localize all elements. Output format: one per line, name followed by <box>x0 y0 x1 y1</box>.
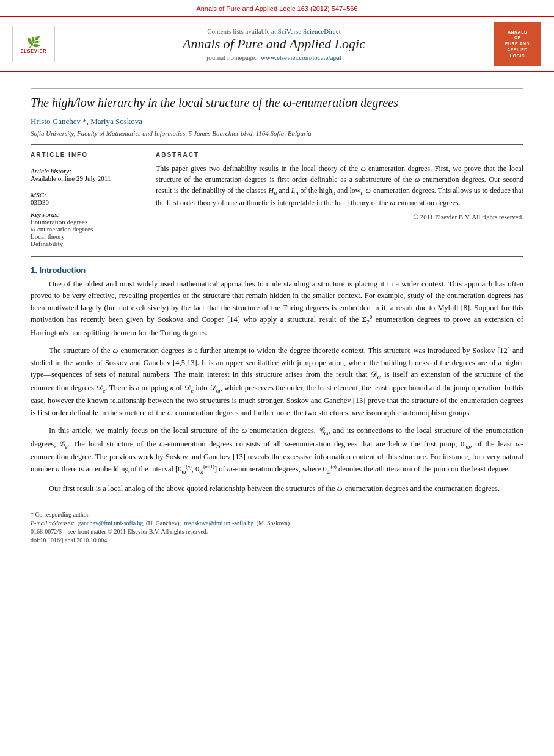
email2-name: (M. Soskova). <box>257 520 291 526</box>
annals-logo-area: ANNALS OF PURE AND APPLIED LOGIC <box>493 22 542 66</box>
keyword2-text: ω-enumeration degrees <box>31 225 93 233</box>
affiliation-text: Sofia University, Faculty of Mathematics… <box>31 129 312 137</box>
elsevier-logo: 🌿 ELSEVIER <box>12 26 55 62</box>
journal-banner: 🌿 ELSEVIER Contents lists available at S… <box>0 17 554 72</box>
journal-citation-header: Annals of Pure and Applied Logic 163 (20… <box>0 0 554 17</box>
info-abstract-area: ARTICLE INFO Article history: Available … <box>31 151 523 247</box>
main-content: The high/low hierarchy in the local stru… <box>0 72 554 558</box>
keyword3: Local theory <box>31 233 144 240</box>
journal-title-area: Contents lists available at SciVerse Sci… <box>61 27 487 61</box>
intro-para1: One of the oldest and most widely used m… <box>31 278 523 339</box>
contents-available-line: Contents lists available at SciVerse Sci… <box>61 27 487 35</box>
keywords-label: Keywords: <box>31 211 144 218</box>
email2-link[interactable]: msoskova@fmi.uni-sofia.bg <box>184 520 254 526</box>
intro-para4: Our first result is a local analog of th… <box>31 483 523 495</box>
authors-line: Hristo Ganchev *, Mariya Soskova <box>31 117 523 126</box>
keyword1: Enumeration degrees <box>31 218 144 225</box>
journal-homepage-url[interactable]: www.elsevier.com/locate/apal <box>261 54 341 61</box>
email-label: E-mail addresses: <box>31 520 75 526</box>
page: Annals of Pure and Applied Logic 163 (20… <box>0 0 554 756</box>
msc-label: MSC: <box>31 191 144 198</box>
annals-line4: APPLIED <box>507 47 528 53</box>
email1-link[interactable]: ganchev@fmi.uni-sofia.bg <box>78 520 144 526</box>
article-title: The high/low hierarchy in the local stru… <box>31 95 523 111</box>
annals-line5: LOGIC <box>510 53 525 59</box>
annals-line3: PURE AND <box>505 41 530 47</box>
footnote-star: * Corresponding author. <box>31 511 523 518</box>
annals-line1: ANNALS <box>508 29 527 35</box>
elsevier-logo-area: 🌿 ELSEVIER <box>12 26 55 62</box>
journal-name-text: Annals of Pure and Applied Logic <box>61 36 487 52</box>
section1-title: 1. Introduction <box>31 266 523 275</box>
divider-before-intro <box>31 256 523 257</box>
affiliation-line: Sofia University, Faculty of Mathematics… <box>31 129 523 137</box>
footnote-area: * Corresponding author. E-mail addresses… <box>31 507 523 543</box>
contents-available-text: Contents lists available at <box>207 27 276 35</box>
footnote-issn: 0168-0072/$ – see front matter © 2011 El… <box>31 528 523 535</box>
msc-value: 03D30 <box>31 198 144 206</box>
journal-homepage-line: journal homepage: www.elsevier.com/locat… <box>61 54 487 61</box>
elsevier-tree-icon: 🌿 <box>27 35 40 49</box>
article-info-column: ARTICLE INFO Article history: Available … <box>31 151 144 247</box>
copyright-text: © 2011 Elsevier B.V. All rights reserved… <box>414 213 523 220</box>
sciverse-link[interactable]: SciVerse ScienceDirect <box>278 27 341 35</box>
abstract-column: ABSTRACT This paper gives two definabili… <box>156 151 523 247</box>
journal-citation-text: Annals of Pure and Applied Logic 163 (20… <box>196 5 357 12</box>
journal-homepage-label: journal homepage: <box>206 54 257 61</box>
article-title-text: The high/low hierarchy in the local stru… <box>31 96 398 109</box>
abstract-text: This paper gives two definability result… <box>156 163 523 208</box>
abstract-heading: ABSTRACT <box>156 151 523 158</box>
annals-logo-box: ANNALS OF PURE AND APPLIED LOGIC <box>494 22 541 66</box>
available-online-value: Available online 29 July 2011 <box>31 175 144 182</box>
footnote-star-text: * Corresponding author. <box>31 511 90 518</box>
keyword2: ω-enumeration degrees <box>31 225 144 233</box>
footnote-doi: doi:10.1016/j.apal.2010.10.004 <box>31 537 523 543</box>
divider-after-affiliation <box>31 144 523 145</box>
info-divider2 <box>31 186 144 186</box>
info-divider <box>31 162 144 162</box>
elsevier-wordmark: ELSEVIER <box>21 49 47 53</box>
divider-top <box>31 88 523 89</box>
email1-name: (H. Ganchev), <box>146 520 181 526</box>
article-info-heading: ARTICLE INFO <box>31 151 144 158</box>
keywords-section: Keywords: Enumeration degrees ω-enumerat… <box>31 211 144 247</box>
authors-text: Hristo Ganchev *, Mariya Soskova <box>31 117 142 126</box>
intro-para2: The structure of the ω-enumeration degre… <box>31 345 523 419</box>
keyword4: Definability <box>31 240 144 247</box>
copyright-line: © 2011 Elsevier B.V. All rights reserved… <box>156 213 523 220</box>
intro-para3: In this article, we mainly focus on the … <box>31 425 523 476</box>
history-label: Article history: <box>31 167 144 175</box>
footnote-emails: E-mail addresses: ganchev@fmi.uni-sofia.… <box>31 520 523 526</box>
annals-line2: OF <box>514 35 521 41</box>
